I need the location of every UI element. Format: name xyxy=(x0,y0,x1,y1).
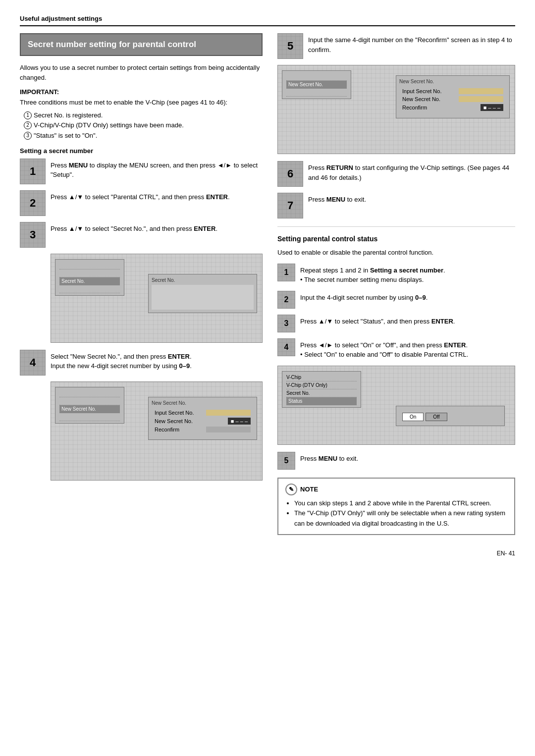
note-title: ✎ NOTE xyxy=(285,484,507,495)
step-5-text: Input the same 4-digit number on the "Re… xyxy=(308,33,515,54)
step-2-badge: 2 xyxy=(20,190,46,216)
step-1-badge: 1 xyxy=(20,159,46,184)
step-4-screen: New Secret No. New Secret No. Input Secr… xyxy=(51,381,263,481)
condition-1: 1 Secret No. is registered. xyxy=(24,110,263,121)
condition-3: 3 "Status" is set to "On". xyxy=(24,131,263,141)
parental-step-4-menu: V-Chip V-Chip (DTV Only) Secret No. Stat… xyxy=(282,371,361,408)
parental-step-2-text: Input the 4-digit secret number by using… xyxy=(300,291,515,303)
note-icon: ✎ xyxy=(285,484,297,495)
setting-secret-title: Setting a secret number xyxy=(20,147,263,155)
step-3-row: 3 Press ▲/▼ to select "Secret No.", and … xyxy=(20,222,263,248)
step-5-badge: 5 xyxy=(277,33,303,59)
left-column: Secret number setting for parental contr… xyxy=(20,33,263,535)
step-4-menu: New Secret No. xyxy=(55,387,124,424)
parental-section-title: Setting parental control status xyxy=(277,235,515,243)
important-label: IMPORTANT: xyxy=(20,88,263,96)
note-box: ✎ NOTE You can skip steps 1 and 2 above … xyxy=(277,478,515,535)
conditions-list: 1 Secret No. is registered. 2 V-Chip/V-C… xyxy=(20,110,263,141)
parental-step-5-text: Press MENU to exit. xyxy=(300,452,515,464)
step-2-row: 2 Press ▲/▼ to select "Parental CTRL", a… xyxy=(20,190,263,216)
parental-step-1-badge: 1 xyxy=(277,264,295,281)
note-label: NOTE xyxy=(300,486,318,493)
step-4-row: 4 Select "New Secret No.", and then pres… xyxy=(20,350,263,376)
main-layout: Secret number setting for parental contr… xyxy=(20,33,515,535)
note-item-2: The "V-Chip (DTV Only)" will only be sel… xyxy=(294,508,507,529)
step-1-row: 1 Press MENU to display the MENU screen,… xyxy=(20,159,263,184)
step-3-badge: 3 xyxy=(20,222,46,248)
parental-step-3-row: 3 Press ▲/▼ to select "Status", and then… xyxy=(277,315,515,332)
circle-1: 1 xyxy=(24,111,32,119)
parental-step-4-screen-content: On Off xyxy=(396,406,505,426)
parental-step-4-badge: 4 xyxy=(277,338,295,356)
step-3-text: Press ▲/▼ to select "Secret No.", and th… xyxy=(51,222,263,234)
parental-step-2-badge: 2 xyxy=(277,291,295,309)
page-number: EN- 41 xyxy=(497,550,515,557)
important-body: Three conditions must be met to enable t… xyxy=(20,98,263,108)
parental-step-5-row: 5 Press MENU to exit. xyxy=(277,452,515,470)
step-7-badge: 7 xyxy=(277,193,303,218)
step-4-screen-content: New Secret No. Input Secret No. New Secr… xyxy=(148,397,257,440)
note-list: You can skip steps 1 and 2 above while i… xyxy=(285,498,507,529)
step-6-badge: 6 xyxy=(277,161,303,187)
circle-3: 3 xyxy=(24,132,32,140)
parental-step-3-text: Press ▲/▼ to select "Status", and then p… xyxy=(300,315,515,326)
section-title: Secret number setting for parental contr… xyxy=(28,40,196,49)
parental-intro: Used to enable or disable the parental c… xyxy=(277,248,515,258)
step-3-screen: Secret No. Secret No. xyxy=(51,254,263,343)
step-5-row: 5 Input the same 4-digit number on the "… xyxy=(277,33,515,59)
step-2-text: Press ▲/▼ to select "Parental CTRL", and… xyxy=(51,190,263,202)
step-3-screen-content: Secret No. xyxy=(148,274,257,313)
circle-2: 2 xyxy=(24,121,32,129)
step-3-menu: Secret No. xyxy=(55,259,124,296)
step-7-row: 7 Press MENU to exit. xyxy=(277,193,515,218)
step-6-row: 6 Press RETURN to start configuring the … xyxy=(277,161,515,187)
note-item-1: You can skip steps 1 and 2 above while i… xyxy=(294,498,507,509)
step-7-text: Press MENU to exit. xyxy=(308,193,515,205)
step-5-screen: New Secret No. New Secret No. Input Secr… xyxy=(277,65,515,154)
page-header: Useful adjustment settings xyxy=(20,15,515,26)
right-column: 5 Input the same 4-digit number on the "… xyxy=(277,33,515,535)
step-4-text: Select "New Secret No.", and then press … xyxy=(51,350,263,371)
condition-2: 2 V-Chip/V-Chip (DTV Only) settings have… xyxy=(24,120,263,131)
parental-step-2-row: 2 Input the 4-digit secret number by usi… xyxy=(277,291,515,309)
parental-step-4-row: 4 Press ◄/► to select "On" or "Off", and… xyxy=(277,338,515,360)
step-4-badge: 4 xyxy=(20,350,46,376)
step-1-text: Press MENU to display the MENU screen, a… xyxy=(51,159,263,180)
parental-step-5-badge: 5 xyxy=(277,452,295,470)
page-footer: EN- 41 xyxy=(20,550,515,557)
step-6-text: Press RETURN to start configuring the V-… xyxy=(308,161,515,182)
intro-text: Allows you to use a secret number to pro… xyxy=(20,63,263,82)
parental-step-1-row: 1 Repeat steps 1 and 2 in Setting a secr… xyxy=(277,264,515,285)
parental-step-4-screen: V-Chip V-Chip (DTV Only) Secret No. Stat… xyxy=(277,366,515,445)
parental-step-3-badge: 3 xyxy=(277,315,295,332)
parental-step-4-text: Press ◄/► to select "On" or "Off", and t… xyxy=(300,338,515,360)
parental-step-1-text: Repeat steps 1 and 2 in Setting a secret… xyxy=(300,264,515,285)
section-title-box: Secret number setting for parental contr… xyxy=(20,33,263,56)
header-title: Useful adjustment settings xyxy=(20,15,102,22)
step-5-screen-content: New Secret No. Input Secret No. New Secr… xyxy=(396,75,510,118)
step-5-menu: New Secret No. xyxy=(282,70,351,99)
